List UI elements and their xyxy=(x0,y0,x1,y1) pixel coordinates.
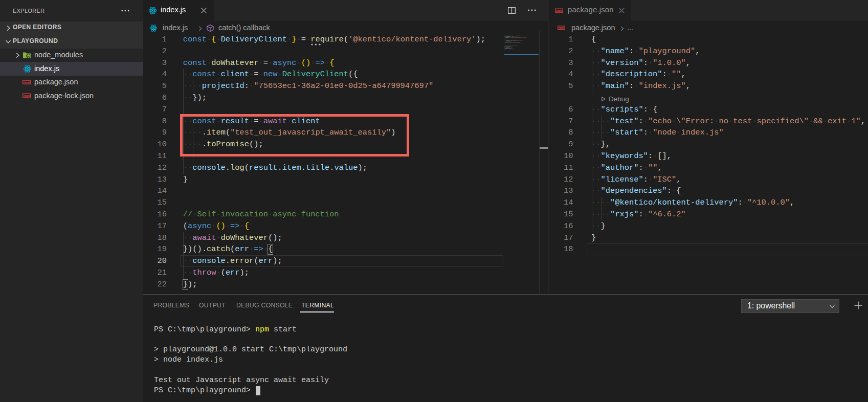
svg-text:js: js xyxy=(27,55,30,58)
svg-text:npm: npm xyxy=(559,26,564,29)
svg-text:npm: npm xyxy=(24,80,30,84)
svg-text:npm: npm xyxy=(24,94,30,97)
svg-text:npm: npm xyxy=(556,9,563,12)
